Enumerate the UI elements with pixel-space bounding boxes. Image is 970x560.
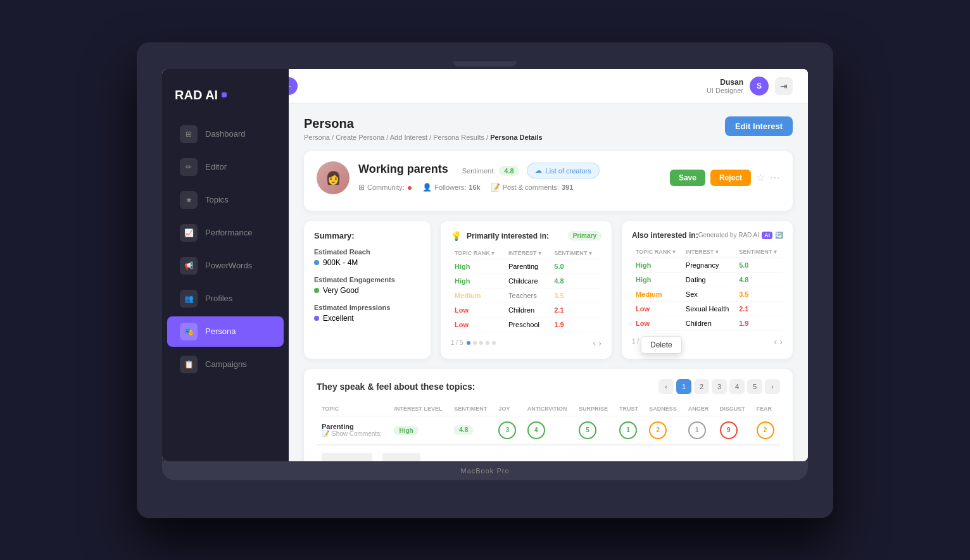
breadcrumb-link[interactable]: Persona [304,134,330,141]
logout-button[interactable]: ⇥ [775,77,793,95]
page-4-button[interactable]: 4 [729,379,745,394]
campaigns-icon: 📋 [180,356,198,373]
sidebar-item-label: Topics [205,195,229,204]
col-sentiment: SENTIMENT ▾ [550,247,602,259]
next-button[interactable]: › [598,338,602,348]
interest-cell: Preschool [505,317,550,332]
followers-icon: 👤 [422,183,432,192]
interest-level-badge: High [394,426,418,435]
sidebar-item-label: Performance [205,228,252,237]
rank-cell: Low [451,302,505,317]
main-content: ← Dusan UI Designer S ⇥ Persona [289,69,808,461]
rank-cell: High [451,273,505,288]
rank-cell: Low [632,316,682,330]
col-trust: TRUST [614,402,644,416]
delete-tooltip[interactable]: Delete [641,336,682,354]
page-dot-5 [492,341,496,345]
impressions-item: Estimated Impressions Excellent [314,304,420,323]
surprise-circle: 5 [579,421,596,439]
nav-arrows: ‹ › [593,337,602,349]
interest-cell: Pregnancy [682,258,735,272]
sentiment-cell: 5.0 [550,259,602,273]
persona-name: Working parents [358,163,448,176]
interest-cell: Childcare [505,273,550,288]
sidebar-item-performance[interactable]: 📈 Performance [167,218,284,248]
col-sadness: SADNESS [644,402,683,416]
reject-button[interactable]: Reject [710,170,751,186]
sidebar-item-profiles[interactable]: 👥 Profiles [167,283,284,314]
topics-table-row-partial [317,445,780,461]
sidebar-item-topics[interactable]: ★ Topics [167,185,284,215]
anger-cell: 1 [683,416,715,445]
table-row: Medium Sex 3.5 [632,287,783,301]
sidebar-item-dashboard[interactable]: ⊞ Dashboard [167,119,284,149]
topics-icon: ★ [180,191,198,209]
nav-arrows: ‹ › [774,336,783,347]
interest-header: 💡 Primarily interested in: Primary [451,231,602,241]
impressions-value: Excellent [314,314,420,323]
prev-page-button[interactable]: ‹ [658,379,674,394]
ai-badge: AI [762,232,772,239]
anger-circle: 1 [688,421,706,439]
interest-cell: Dating [682,272,735,287]
topics-section: They speak & feel about these topics: ‹ … [304,369,793,461]
back-button[interactable]: ← [289,77,298,95]
next-page-button[interactable]: › [765,379,780,394]
also-interest-title: Also interested in: [632,231,698,240]
page-dot-2 [473,341,477,345]
sidebar-item-label: Profiles [205,294,232,303]
next-button[interactable]: › [779,337,783,347]
rank-cell: High [451,259,505,273]
reddit-icon: ● [407,182,412,192]
page-1-button[interactable]: 1 [676,379,691,394]
persona-info: Working parents Sentiment: 4.8 ☁ List of… [358,163,661,192]
page-title: Persona [304,116,543,131]
topics-header: They speak & feel about these topics: ‹ … [317,379,780,394]
edit-interest-button[interactable]: Edit Interest [725,116,793,136]
col-interest-level: INTEREST LEVEL [389,402,449,416]
sidebar-item-persona[interactable]: 🎭 Persona [167,316,284,347]
impressions-dot [314,316,319,321]
sidebar-item-powerwords[interactable]: 📢 PowerWords [167,251,284,281]
prev-button[interactable]: ‹ [774,337,777,347]
prev-button[interactable]: ‹ [593,338,596,348]
breadcrumb-link[interactable]: Add Interest [390,134,427,141]
user-details: Dusan UI Designer [707,78,743,94]
sidebar-item-label: Dashboard [205,129,246,139]
save-button[interactable]: Save [670,170,705,186]
more-options-button[interactable]: ⋯ [770,171,780,184]
topics-table: TOPIC INTEREST LEVEL SENTIMENT JOY ANTIC… [317,402,780,461]
summary-section: Summary: Estimated Reach 900K - 4M Estim… [304,221,793,359]
favorite-button[interactable]: ☆ [756,171,765,184]
page-5-button[interactable]: 5 [747,379,762,394]
table-pagination: 1 / 5 ‹ › [451,337,602,349]
engagements-value: Very Good [314,286,420,295]
sidebar-item-editor[interactable]: ✏ Editor [167,152,284,182]
rank-cell: Low [451,317,505,332]
sidebar-item-campaigns[interactable]: 📋 Campaigns [167,349,284,380]
engagements-item: Estimated Engagements Very Good [314,276,420,295]
primary-interests-card: 💡 Primarily interested in: Primary TOPIC… [441,221,612,359]
col-interest: INTEREST ▾ [505,247,550,259]
list-creators-button[interactable]: ☁ List of creators [527,163,600,178]
avatar[interactable]: S [750,77,769,96]
rank-cell: High [632,272,682,287]
col-anticipation: ANTICIPATION [522,402,574,416]
page-body: Persona Persona / Create Persona / Add I… [289,104,808,461]
joy-circle: 3 [498,421,516,439]
sentiment-cell: 4.8 [550,273,602,288]
page-2-button[interactable]: 2 [694,379,709,394]
show-comments[interactable]: 📝 Show Comments: [322,430,384,437]
breadcrumb-link[interactable]: Persona Results [433,134,484,141]
page-3-button[interactable]: 3 [712,379,727,394]
sadness-cell: 2 [644,416,683,445]
sidebar: RAD AI ⊞ Dashboard ✏ Editor ★ Topics 📈 P… [162,69,289,461]
refresh-icon[interactable]: 🔄 [775,232,783,239]
col-anger: ANGER [683,402,715,416]
surprise-cell: 5 [574,416,614,445]
page-header: Persona Persona / Create Persona / Add I… [304,116,793,141]
also-interest-header: Also interested in: Generated by RAD AI … [632,231,783,240]
breadcrumb-link[interactable]: Create Persona [336,134,384,141]
generated-by: Generated by RAD AI AI 🔄 [698,232,783,239]
breadcrumb-current: Persona Details [490,134,543,141]
